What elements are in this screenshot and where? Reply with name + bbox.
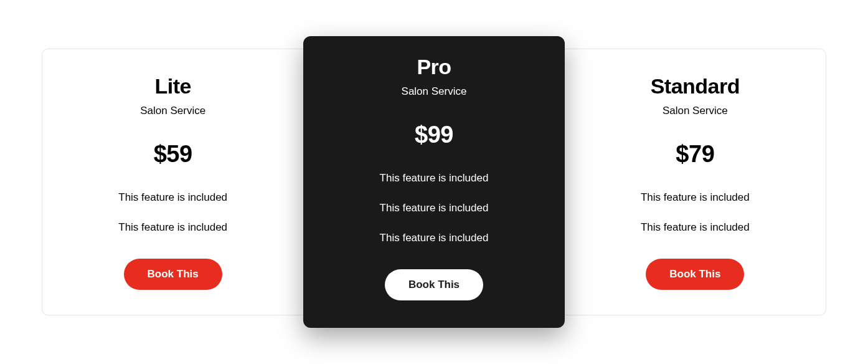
pricing-card-lite: Lite Salon Service $59 This feature is i…	[42, 49, 303, 315]
feature-list: This feature is included This feature is…	[380, 172, 489, 244]
plan-price: $59	[154, 141, 192, 168]
feature-item: This feature is included	[380, 232, 489, 244]
plan-subtitle: Salon Service	[402, 85, 467, 98]
plan-name: Pro	[417, 55, 451, 79]
feature-list: This feature is included This feature is…	[641, 191, 750, 234]
feature-item: This feature is included	[641, 191, 750, 204]
plan-subtitle: Salon Service	[663, 105, 728, 117]
plan-name: Lite	[154, 74, 191, 98]
feature-list: This feature is included This feature is…	[118, 191, 227, 234]
book-button[interactable]: Book This	[385, 269, 483, 300]
pricing-card-pro: Pro Salon Service $99 This feature is in…	[303, 36, 564, 328]
feature-item: This feature is included	[380, 172, 489, 184]
feature-item: This feature is included	[380, 202, 489, 214]
plan-price: $79	[676, 141, 714, 168]
book-button[interactable]: Book This	[646, 259, 744, 290]
feature-item: This feature is included	[118, 221, 227, 234]
pricing-card-standard: Standard Salon Service $79 This feature …	[565, 49, 826, 315]
pricing-container: Lite Salon Service $59 This feature is i…	[42, 36, 826, 328]
plan-name: Standard	[651, 74, 740, 98]
feature-item: This feature is included	[641, 221, 750, 234]
feature-item: This feature is included	[118, 191, 227, 204]
book-button[interactable]: Book This	[124, 259, 222, 290]
plan-subtitle: Salon Service	[140, 105, 205, 117]
plan-price: $99	[415, 122, 453, 148]
